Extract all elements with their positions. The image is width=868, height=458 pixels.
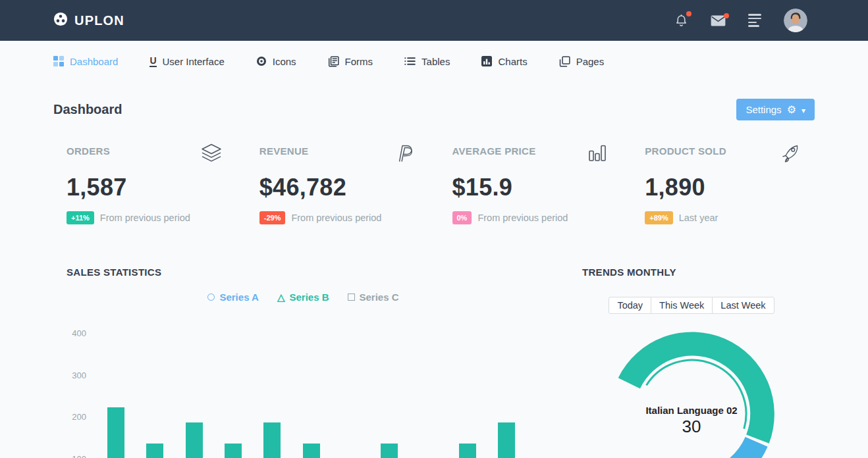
square-marker-icon <box>348 293 355 301</box>
caret-down-icon <box>801 104 805 115</box>
stat-value: 1,587 <box>67 174 223 201</box>
sales-bar[interactable] <box>498 422 515 458</box>
sales-bar[interactable] <box>459 444 476 458</box>
y-axis-tick: 300 <box>67 370 86 380</box>
sales-statistics-panel: SALES STATISTICS Series A Series B Serie… <box>67 267 553 458</box>
last-week-button[interactable]: Last Week <box>712 297 774 314</box>
settings-button[interactable]: Settings <box>736 99 815 120</box>
triangle-marker-icon <box>277 292 285 303</box>
pages-icon <box>559 56 570 67</box>
nav-label: Forms <box>345 56 373 67</box>
nav-label: Charts <box>498 56 527 67</box>
nav-label: User Interface <box>163 56 225 67</box>
gear-icon <box>787 104 796 115</box>
sales-bar[interactable] <box>186 422 203 458</box>
message-badge <box>724 13 729 18</box>
stat-note: Last year <box>679 213 719 223</box>
form-icon <box>328 56 339 67</box>
nav-label: Pages <box>576 56 605 67</box>
stat-cards: ORDERS 1,587 +11% From previous period R… <box>67 145 801 224</box>
bars-icon <box>585 141 609 165</box>
page-title: Dashboard <box>53 102 122 117</box>
nav-label: Dashboard <box>70 56 118 67</box>
sales-bar[interactable] <box>225 444 242 458</box>
target-icon <box>256 56 267 66</box>
circle-marker-icon <box>207 293 215 301</box>
notification-badge <box>686 11 692 16</box>
nav-item-forms[interactable]: Forms <box>328 56 373 67</box>
list-icon <box>404 57 416 66</box>
topbar: UPLON <box>0 0 868 41</box>
trends-monthly-panel: TRENDS MONTHLY Today This Week Last Week… <box>582 267 817 458</box>
this-week-button[interactable]: This Week <box>651 297 713 314</box>
logo-icon <box>53 12 68 30</box>
donut-slice-blue[interactable] <box>702 437 767 458</box>
nav-item-tables[interactable]: Tables <box>404 56 450 67</box>
avatar[interactable] <box>784 9 807 32</box>
trends-monthly-title: TRENDS MONTHLY <box>582 267 817 278</box>
sales-bar[interactable] <box>303 444 320 458</box>
nav-item-icons[interactable]: Icons <box>256 56 296 67</box>
donut-center-value: 30 <box>582 417 801 437</box>
y-axis-tick: 200 <box>67 412 86 422</box>
stat-card-product-sold: PRODUCT SOLD 1,890 +89% Last year <box>645 145 801 224</box>
stat-title: AVERAGE PRICE <box>452 145 536 157</box>
mail-icon[interactable] <box>711 15 726 26</box>
legend-item-series-a[interactable]: Series A <box>207 292 258 303</box>
sales-bar[interactable] <box>146 444 163 458</box>
menu-icon[interactable] <box>748 12 761 29</box>
sales-statistics-title: SALES STATISTICS <box>67 267 553 278</box>
u-icon: U <box>149 56 156 67</box>
chart-icon <box>481 56 492 66</box>
stat-value: $46,782 <box>259 174 416 201</box>
bell-icon[interactable] <box>674 13 688 28</box>
sales-bar[interactable] <box>381 444 398 458</box>
settings-label: Settings <box>746 104 781 115</box>
stat-note: From previous period <box>100 213 190 223</box>
grid-icon <box>53 56 64 66</box>
nav-item-charts[interactable]: Charts <box>481 56 527 67</box>
brand-name: UPLON <box>74 13 124 28</box>
stat-note: From previous period <box>291 213 381 223</box>
paypal-icon <box>393 141 416 165</box>
layers-icon <box>200 141 223 165</box>
nav-label: Icons <box>273 56 296 67</box>
donut-center-text: Italian Language 02 30 <box>582 405 801 437</box>
trends-donut-chart: Italian Language 02 30 <box>582 314 817 458</box>
legend-label: Series A <box>219 292 258 303</box>
stat-value: 1,890 <box>645 174 801 201</box>
legend-item-series-b[interactable]: Series B <box>277 292 329 303</box>
sales-bar[interactable] <box>107 407 124 458</box>
status-badge: 0% <box>452 211 472 224</box>
legend-label: Series C <box>360 292 399 303</box>
stat-card-revenue: REVENUE $46,782 -29% From previous perio… <box>259 145 416 224</box>
period-button-group: Today This Week Last Week <box>582 297 817 314</box>
status-badge: +89% <box>645 211 672 224</box>
y-axis-tick: 100 <box>67 454 86 458</box>
nav-label: Tables <box>421 56 450 67</box>
stat-title: REVENUE <box>259 145 309 157</box>
sales-bar-chart: 400300200100 <box>67 316 553 458</box>
status-badge: -29% <box>259 211 286 224</box>
status-badge: +11% <box>67 211 94 224</box>
nav-item-user-interface[interactable]: U User Interface <box>149 56 224 67</box>
y-axis-tick: 400 <box>67 328 86 338</box>
nav-item-dashboard[interactable]: Dashboard <box>53 56 118 67</box>
today-button[interactable]: Today <box>609 297 651 314</box>
rocket-icon <box>778 141 801 165</box>
stat-note: From previous period <box>477 213 568 223</box>
stat-card-orders: ORDERS 1,587 +11% From previous period <box>67 145 223 224</box>
nav-item-pages[interactable]: Pages <box>559 56 605 67</box>
stat-title: PRODUCT SOLD <box>645 145 726 157</box>
chart-legend: Series A Series B Series C <box>67 292 553 303</box>
brand-logo[interactable]: UPLON <box>53 12 124 30</box>
main-nav: Dashboard U User Interface Icons Forms T… <box>0 41 868 82</box>
legend-label: Series B <box>289 292 329 303</box>
legend-item-series-c[interactable]: Series C <box>348 292 399 303</box>
stat-card-average-price: AVERAGE PRICE $15.9 0% From previous per… <box>452 145 609 224</box>
donut-center-label: Italian Language 02 <box>582 405 801 416</box>
stat-title: ORDERS <box>67 145 110 157</box>
sales-bar[interactable] <box>263 422 281 458</box>
stat-value: $15.9 <box>452 174 609 201</box>
